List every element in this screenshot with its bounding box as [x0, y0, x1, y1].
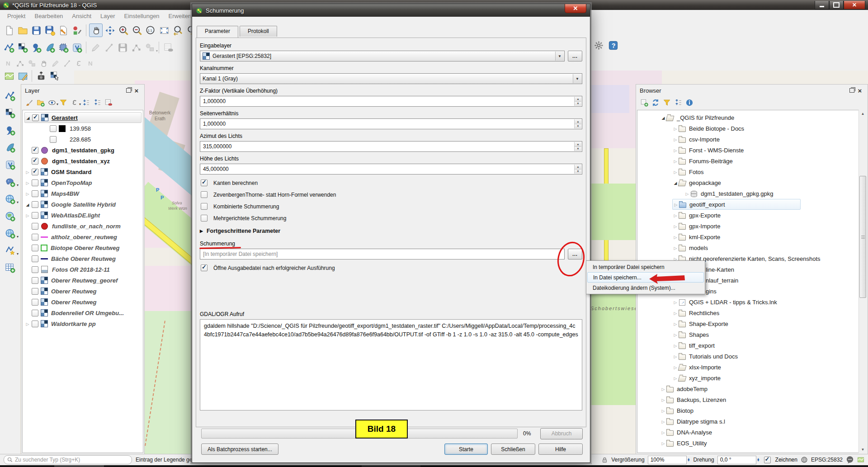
add-group-button[interactable]	[36, 98, 45, 107]
move-feature-button[interactable]	[143, 41, 156, 54]
expander-icon[interactable]	[24, 321, 31, 327]
vertex-tool-button[interactable]	[130, 41, 142, 54]
news-icon[interactable]	[857, 456, 864, 463]
manage-map-themes-button[interactable]	[47, 98, 57, 107]
add-vector-layer-button[interactable]	[3, 41, 15, 54]
browser-row[interactable]: models	[672, 242, 859, 253]
layer-row[interactable]: Oberer Reutweg	[24, 286, 142, 297]
browser-row-partially-hidden[interactable]: line-Karten	[706, 264, 859, 275]
expander-icon[interactable]	[660, 429, 666, 435]
toggle-editing-button[interactable]	[89, 41, 102, 54]
menu-item-in-datei-speichern[interactable]: In Datei speichern...	[587, 272, 704, 283]
properties-button[interactable]	[685, 98, 694, 107]
layer-visibility-checkbox[interactable]	[50, 125, 57, 132]
scrollbar-thumb[interactable]	[859, 176, 866, 298]
checkbox[interactable]	[201, 191, 208, 198]
close-button[interactable]: ✕	[844, 1, 865, 9]
delete-selected-button[interactable]	[162, 41, 175, 54]
georeferencer-button[interactable]	[16, 70, 29, 82]
browser-row-gpkg[interactable]: dgm1_testdaten_gpkg.gpkg	[684, 188, 859, 199]
run-as-batch-button[interactable]: Als Batchprozess starten...	[201, 443, 278, 455]
minimize-button[interactable]	[815, 1, 829, 9]
import-photos-button[interactable]	[35, 70, 47, 82]
layer-row[interactable]: dgm1_testdaten_xyz	[24, 156, 142, 166]
menu-projekt[interactable]: Projekt	[3, 11, 30, 21]
layer-row[interactable]: altholz_oberer_reutweg	[24, 231, 142, 242]
locator-search-input[interactable]: Zu suchender Typ (Strg+K)	[4, 455, 132, 464]
layer-visibility-checkbox[interactable]	[32, 114, 39, 121]
expander-icon[interactable]	[660, 114, 666, 121]
browser-row[interactable]: adobeTemp	[660, 383, 859, 394]
expander-icon[interactable]	[672, 169, 679, 175]
dock-add-vector-layer-button[interactable]	[3, 90, 17, 102]
change-label-button[interactable]	[50, 58, 61, 69]
dock-add-delimited-text-button[interactable]	[3, 124, 17, 137]
checkbox-zevenbergen[interactable]: ZevenbergenThorne- statt Horn-Formel ver…	[200, 191, 582, 198]
dock-add-wcs-button[interactable]	[3, 210, 17, 222]
spinner-icon[interactable]: ▲▼	[574, 165, 581, 174]
browser-row[interactable]: Forums-Beiträge	[672, 156, 859, 166]
legend-row-max[interactable]: 228.685	[42, 134, 142, 145]
browser-row-partially-hidden[interactable]: nlauf_terrain	[706, 275, 859, 286]
ratio-spinbox[interactable]: 1,000000 ▲▼	[200, 118, 582, 129]
render-checkbox-row[interactable]: Zeichnen	[763, 457, 797, 463]
new-project-button[interactable]	[3, 24, 15, 37]
checkbox[interactable]	[201, 215, 208, 222]
layer-visibility-checkbox[interactable]	[32, 158, 38, 165]
zoom-in-button[interactable]	[117, 24, 130, 37]
layer-labeling-button[interactable]	[3, 58, 14, 69]
add-feature-button[interactable]	[103, 41, 115, 54]
dock-add-wfs-button[interactable]	[3, 227, 17, 240]
input-layer-browse-button[interactable]: …	[568, 51, 582, 61]
dock-add-arcgis-button[interactable]	[3, 244, 17, 257]
browser-row[interactable]: _QGIS für Pilzfreunde	[660, 112, 859, 123]
browser-row[interactable]: gpx-Importe	[672, 221, 859, 231]
run-button[interactable]: Starte	[444, 443, 488, 455]
browser-row[interactable]: Diatrype stigma s.l	[660, 416, 859, 427]
remove-layer-button[interactable]	[104, 98, 113, 107]
output-browse-button[interactable]: …	[568, 249, 582, 259]
help-button[interactable]: Hilfe	[538, 443, 583, 455]
output-file-field[interactable]: [In temporärer Datei speichern]	[200, 249, 565, 259]
save-project-button[interactable]	[30, 24, 42, 37]
browser-row[interactable]: Beide Biotope - Docs	[672, 123, 859, 134]
layer-row[interactable]: Google Satellite Hybrid	[24, 199, 142, 210]
processing-toolbox-button[interactable]	[592, 39, 605, 52]
filter-expression-button[interactable]	[70, 98, 79, 107]
layer-visibility-checkbox[interactable]	[32, 201, 38, 208]
menu-einstellungen[interactable]: Einstellungen	[120, 11, 164, 21]
dialog-close-button[interactable]: ✕	[565, 4, 586, 13]
rotation-input[interactable]: 0,0 °	[717, 456, 756, 464]
layer-diagram-button[interactable]	[14, 58, 25, 69]
style-manager-button[interactable]	[71, 24, 83, 37]
crs-globe-icon[interactable]	[801, 456, 808, 463]
combo-dropdown-icon[interactable]: ▼	[573, 74, 581, 83]
layer-visibility-checkbox[interactable]	[32, 234, 38, 241]
browser-row[interactable]: gpx-Exporte	[672, 210, 859, 221]
float-panel-icon[interactable]	[124, 87, 132, 94]
layer-row[interactable]: Biotope Oberer Reutweg	[24, 242, 142, 253]
layer-visibility-checkbox[interactable]	[32, 245, 38, 251]
browser-row[interactable]: Rechtliches	[672, 307, 859, 318]
browser-row[interactable]: EOS_Utility	[660, 438, 859, 448]
layer-row[interactable]: OSM Standard	[24, 166, 142, 177]
menu-ansicht[interactable]: Ansicht	[67, 11, 96, 21]
expander-icon[interactable]	[672, 331, 679, 338]
zoom-full-extent-button[interactable]	[158, 24, 170, 37]
advanced-parameters-expander[interactable]: ▶ Fortgeschrittene Parameter	[200, 228, 582, 234]
add-spatialite-layer-button[interactable]	[43, 41, 56, 54]
highlight-labels-button[interactable]	[26, 58, 37, 69]
pan-map-button[interactable]	[89, 24, 103, 37]
layer-row[interactable]: Oberer Reutweg_georef	[24, 275, 142, 286]
expander-icon[interactable]	[672, 245, 679, 251]
expander-icon[interactable]	[660, 386, 666, 392]
menu-item-temp-datei[interactable]: In temporärer Datei speichern	[587, 262, 704, 272]
expander-icon[interactable]	[660, 396, 666, 403]
layer-visibility-checkbox[interactable]	[32, 266, 38, 273]
browser-row[interactable]: tiff_export	[672, 340, 859, 351]
layer-row[interactable]: Maps4BW	[24, 188, 142, 199]
layer-visibility-checkbox[interactable]	[50, 136, 57, 143]
select-raster-tool-button[interactable]	[48, 70, 61, 82]
browser-row[interactable]: DNA-Analyse	[660, 427, 859, 438]
expander-icon[interactable]	[672, 342, 679, 349]
